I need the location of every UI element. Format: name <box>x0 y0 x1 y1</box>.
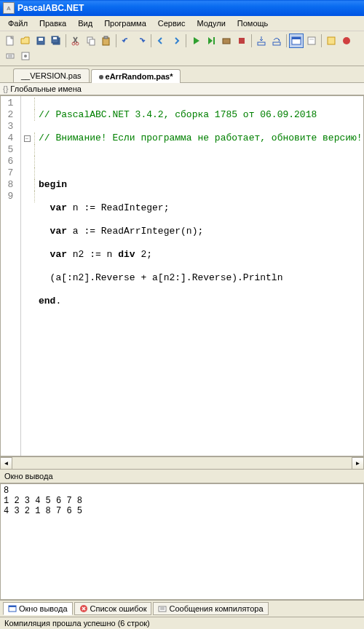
indent-guides <box>33 96 39 456</box>
svg-rect-19 <box>308 37 315 44</box>
menu-modules[interactable]: Модули <box>191 17 230 29</box>
menu-file[interactable]: Файл <box>3 17 33 29</box>
messages-icon <box>158 604 167 613</box>
svg-rect-13 <box>223 39 230 44</box>
compile-icon[interactable] <box>219 33 234 48</box>
breadcrumb[interactable]: {} Глобальные имена <box>0 83 364 95</box>
window-title: PascalABC.NET <box>17 3 84 13</box>
tab-earrrandom[interactable]: eArrRandom.pas* <box>91 69 181 83</box>
btab-errors[interactable]: Список ошибок <box>74 602 152 615</box>
toolbar-separator <box>321 34 322 47</box>
new-file-icon[interactable] <box>3 33 17 48</box>
menu-bar: Файл Правка Вид Программа Сервис Модули … <box>0 16 364 31</box>
svg-point-22 <box>343 37 350 44</box>
step-into-icon[interactable] <box>254 33 269 48</box>
menu-view[interactable]: Вид <box>73 17 98 29</box>
title-bar: A PascalABC.NET <box>0 0 364 16</box>
toolbar-separator <box>286 34 287 47</box>
namespace-icon: {} <box>3 84 8 93</box>
run-no-debug-icon[interactable] <box>204 33 218 48</box>
step-over-icon[interactable] <box>269 33 284 48</box>
run-icon[interactable] <box>189 33 203 48</box>
breadcrumb-text: Глобальные имена <box>10 84 82 93</box>
nav-forward-icon[interactable] <box>169 33 183 48</box>
svg-rect-11 <box>104 36 108 39</box>
editor-tabs: __VERSION.pas eArrRandom.pas* <box>0 66 364 83</box>
watch-icon[interactable] <box>3 49 17 63</box>
output-panel-title: Окно вывода <box>0 469 364 483</box>
code-editor[interactable]: 1 2 3 4 5 6 7 8 9 − // PascalABC.NET 3.4… <box>0 95 364 456</box>
toolbar-separator <box>151 34 151 47</box>
svg-rect-5 <box>53 37 57 39</box>
save-all-icon[interactable] <box>49 33 63 48</box>
fold-toggle-icon[interactable]: − <box>24 135 31 142</box>
svg-rect-16 <box>273 42 280 45</box>
svg-rect-2 <box>39 38 43 41</box>
output-icon <box>8 604 17 613</box>
output-window-icon[interactable] <box>289 33 304 48</box>
svg-rect-20 <box>309 39 314 40</box>
line-numbers: 1 2 3 4 5 6 7 8 9 <box>1 96 21 456</box>
open-file-icon[interactable] <box>18 33 33 48</box>
redo-icon[interactable] <box>134 33 149 48</box>
svg-rect-15 <box>258 42 265 45</box>
svg-rect-12 <box>213 37 215 44</box>
toolbar-separator <box>186 34 186 47</box>
stop-icon[interactable] <box>234 33 249 48</box>
svg-rect-23 <box>7 54 14 58</box>
tab-version[interactable]: __VERSION.pas <box>13 68 90 82</box>
scroll-left-icon[interactable]: ◄ <box>0 457 12 470</box>
bottom-tabs: Окно вывода Список ошибок Сообщения комп… <box>0 600 364 617</box>
save-icon[interactable] <box>33 33 48 48</box>
svg-rect-27 <box>9 606 16 607</box>
form-designer-icon[interactable] <box>304 33 319 48</box>
menu-service[interactable]: Сервис <box>153 17 191 29</box>
nav-back-icon[interactable] <box>154 33 168 48</box>
toolbar <box>0 31 364 66</box>
intellisense-icon[interactable] <box>324 33 339 48</box>
menu-help[interactable]: Помощь <box>232 17 274 29</box>
fold-column: − <box>21 96 33 456</box>
svg-rect-18 <box>292 37 301 39</box>
status-bar: Компиляция прошла успешно (6 строк) <box>0 617 364 629</box>
toolbar-separator <box>116 34 116 47</box>
menu-edit[interactable]: Правка <box>34 17 71 29</box>
svg-rect-14 <box>239 38 245 44</box>
toolbar-separator <box>66 34 66 47</box>
output-panel[interactable]: 8 1 2 3 4 5 6 7 8 4 3 2 1 8 7 6 5 <box>0 483 364 600</box>
options-icon[interactable] <box>18 49 33 63</box>
svg-rect-9 <box>90 39 95 45</box>
app-icon: A <box>3 2 15 14</box>
paste-icon[interactable] <box>99 33 114 48</box>
btab-messages[interactable]: Сообщения компилятора <box>153 602 268 615</box>
svg-rect-21 <box>328 37 335 44</box>
copy-icon[interactable] <box>84 33 98 48</box>
menu-program[interactable]: Программа <box>99 17 151 29</box>
toolbar-separator <box>251 34 252 47</box>
code-area[interactable]: // PascalABC.NET 3.4.2, сборка 1785 от 0… <box>39 96 363 456</box>
svg-point-25 <box>24 55 27 58</box>
horizontal-scrollbar[interactable]: ◄ ► <box>0 456 364 469</box>
scroll-right-icon[interactable]: ► <box>352 457 364 470</box>
cut-icon[interactable] <box>68 33 83 48</box>
breakpoint-icon[interactable] <box>339 33 354 48</box>
errors-icon <box>79 604 88 613</box>
btab-output[interactable]: Окно вывода <box>3 602 73 615</box>
undo-icon[interactable] <box>119 33 133 48</box>
